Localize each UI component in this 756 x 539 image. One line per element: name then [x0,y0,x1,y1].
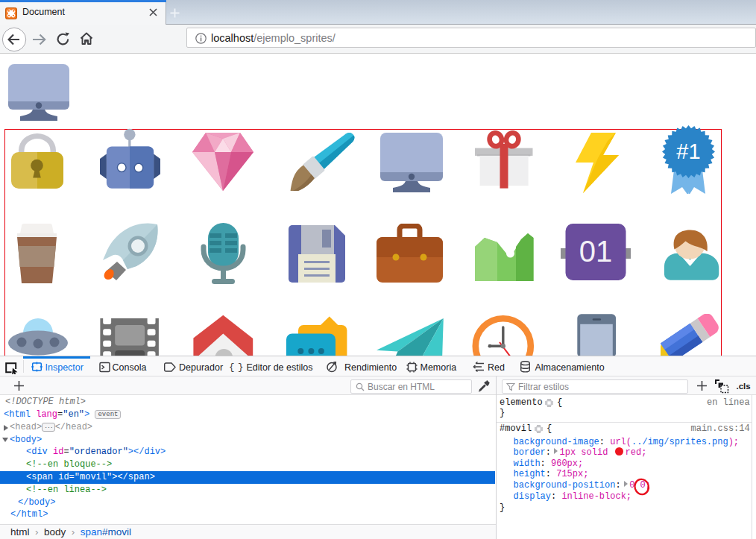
svg-text:01: 01 [579,235,613,268]
svg-text:#1: #1 [676,139,700,163]
